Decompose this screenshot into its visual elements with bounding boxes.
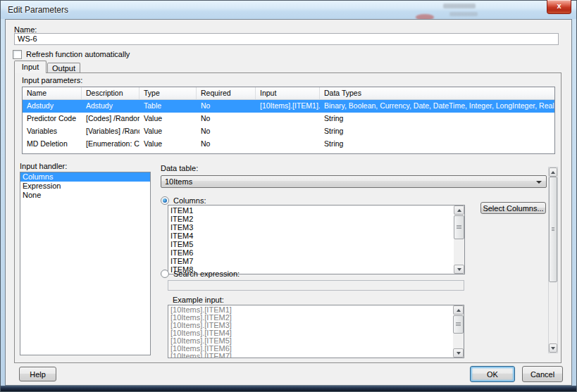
list-item[interactable]: ITEM3: [168, 223, 453, 232]
table-cell-data_types: String: [320, 125, 554, 138]
scrollbar-thumb[interactable]: [453, 315, 464, 334]
scroll-up-button[interactable]: [454, 206, 464, 215]
thumb-grip-icon: [457, 225, 461, 229]
input-handler-listbox[interactable]: ColumnsExpressionNone: [20, 172, 151, 355]
table-cell-type: Table: [139, 100, 197, 113]
table-row[interactable]: Variables[Variables] /Rand...ValueNoStri…: [23, 125, 554, 138]
list-item[interactable]: None: [20, 191, 150, 200]
columns-radio[interactable]: [161, 196, 169, 205]
columns-radio-label: Columns:: [173, 196, 206, 205]
titlebar-ghost-text: [443, 4, 476, 8]
name-input[interactable]: WS-6: [14, 33, 559, 45]
table-cell-description: [Variables] /Rand...: [82, 125, 139, 138]
scroll-up-button[interactable]: [549, 167, 557, 177]
table-cell-input: [10Items].[ITEM1]...: [256, 100, 320, 113]
window-bottom-frame: [1, 386, 576, 391]
search-expression-radio[interactable]: [161, 270, 169, 278]
table-cell-name: Variables: [23, 125, 82, 138]
close-icon: x: [557, 1, 561, 10]
arrow-down-icon: [457, 352, 461, 355]
table-body: AdstudyAdstudyTableNo[10Items].[ITEM1]..…: [23, 100, 554, 151]
scroll-down-button[interactable]: [453, 348, 464, 358]
list-item[interactable]: Expression: [20, 182, 150, 191]
list-item[interactable]: ITEM5: [168, 240, 453, 248]
table-cell-required: No: [197, 100, 256, 113]
name-input-value: WS-6: [18, 34, 37, 43]
column-header-data-types[interactable]: Data Types: [320, 87, 554, 99]
edit-parameters-dialog: Edit Parameters x Name: WS-6 Refresh fun…: [0, 0, 577, 392]
table-cell-type: Value: [139, 138, 197, 151]
table-row[interactable]: MD Deletion[Enumeration: Ca...ValueNoStr…: [23, 138, 554, 151]
titlebar-ghost-text: [449, 12, 478, 16]
list-item: [10Items].[ITEM7]: [168, 353, 452, 358]
arrow-down-icon: [551, 347, 555, 350]
table-cell-required: No: [197, 138, 256, 151]
close-button[interactable]: x: [547, 0, 571, 14]
refresh-checkbox-label: Refresh function automatically: [26, 50, 130, 58]
list-item[interactable]: Columns: [20, 172, 150, 182]
table-cell-data_types: Binary, Boolean, Currency, Date, DateTim…: [320, 100, 554, 113]
column-header-type[interactable]: Type: [139, 87, 197, 99]
input-handler-label: Input handler:: [20, 162, 67, 170]
input-parameters-table[interactable]: Name Description Type Required Input Dat…: [22, 87, 555, 154]
list-item[interactable]: ITEM7: [168, 257, 453, 265]
column-header-description[interactable]: Description: [82, 87, 139, 99]
table-cell-required: No: [197, 113, 256, 125]
data-table-combobox[interactable]: 10Items: [161, 175, 547, 188]
example-input-label: Example input:: [173, 296, 224, 304]
table-cell-name: MD Deletion: [23, 138, 82, 151]
table-cell-description: [Codes] /Random...: [82, 113, 139, 125]
cancel-button[interactable]: Cancel: [522, 366, 563, 382]
search-expression-input[interactable]: [168, 280, 464, 291]
columns-list-scrollbar[interactable]: [454, 206, 464, 274]
arrow-up-icon: [457, 209, 461, 212]
table-cell-data_types: String: [320, 138, 554, 151]
scroll-down-button[interactable]: [549, 343, 557, 353]
column-header-name[interactable]: Name: [23, 87, 82, 99]
table-row[interactable]: AdstudyAdstudyTableNo[10Items].[ITEM1]..…: [23, 100, 554, 113]
table-cell-input: [256, 138, 320, 151]
scroll-down-button[interactable]: [454, 265, 464, 274]
table-cell-description: Adstudy: [82, 100, 139, 113]
table-cell-input: [256, 125, 320, 138]
arrow-down-icon: [457, 268, 461, 271]
thumb-grip-icon: [456, 322, 461, 326]
thumb-grip-icon: [552, 227, 554, 231]
table-row[interactable]: Predictor Code[Codes] /Random...ValueNoS…: [23, 113, 554, 125]
window-title: Edit Parameters: [8, 5, 68, 15]
table-header-row[interactable]: Name Description Type Required Input Dat…: [23, 87, 554, 100]
tab-output[interactable]: Output: [47, 63, 80, 73]
tab-input[interactable]: Input: [14, 61, 46, 73]
table-cell-description: [Enumeration: Ca...: [82, 138, 139, 151]
table-cell-name: Adstudy: [23, 100, 82, 113]
scrollbar-thumb[interactable]: [454, 215, 464, 239]
data-table-selected-value: 10Items: [165, 177, 192, 186]
arrow-up-icon: [457, 309, 461, 312]
table-cell-data_types: String: [320, 113, 554, 125]
data-table-label: Data table:: [161, 164, 198, 172]
example-list-scrollbar[interactable]: [453, 305, 464, 358]
search-expression-radio-label: Search expression:: [173, 270, 240, 278]
example-input-listbox[interactable]: [10Items].[ITEM1][10Items].[ITEM2][10Ite…: [168, 305, 464, 358]
table-cell-type: Value: [139, 125, 197, 138]
table-cell-type: Value: [139, 113, 197, 125]
help-button[interactable]: Help: [19, 367, 56, 381]
columns-listbox[interactable]: ITEM1ITEM2ITEM3ITEM4ITEM5ITEM6ITEM7ITEM8: [168, 205, 465, 274]
table-cell-required: No: [197, 125, 256, 138]
table-cell-input: [256, 113, 320, 125]
column-header-input[interactable]: Input: [256, 87, 320, 99]
panel-scrollbar[interactable]: [548, 167, 558, 353]
arrow-up-icon: [551, 171, 555, 174]
titlebar[interactable]: [1, 1, 576, 19]
column-header-required[interactable]: Required: [197, 87, 256, 99]
list-item[interactable]: ITEM4: [168, 232, 453, 240]
input-parameters-label: Input parameters:: [22, 76, 82, 84]
list-item[interactable]: ITEM6: [168, 248, 453, 257]
ok-button[interactable]: OK: [470, 366, 515, 382]
list-item[interactable]: ITEM1: [168, 206, 453, 215]
scrollbar-thumb[interactable]: [549, 177, 557, 282]
list-item[interactable]: ITEM2: [168, 215, 453, 223]
refresh-checkbox[interactable]: [13, 50, 22, 59]
scroll-up-button[interactable]: [453, 305, 464, 315]
select-columns-button[interactable]: Select Columns...: [480, 202, 546, 214]
